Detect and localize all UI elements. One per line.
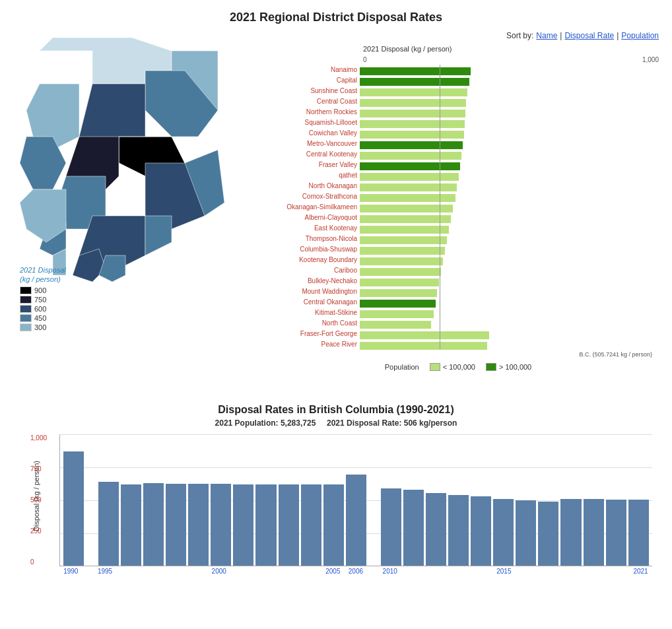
legend-color-750 xyxy=(20,296,32,304)
bar-outer xyxy=(360,140,512,148)
sort-by-name[interactable]: Name xyxy=(536,31,557,40)
bar-inner xyxy=(360,310,434,318)
x-label: 2015 xyxy=(492,568,516,575)
bar-row: North Okanagan xyxy=(257,181,659,191)
legend-item-300: 300 xyxy=(20,323,66,331)
large-pop-color xyxy=(486,363,496,371)
bar-row: Nanaimo xyxy=(257,65,659,75)
small-pop-color xyxy=(430,363,440,371)
bar-label: Fraser-Fort George xyxy=(257,330,360,337)
bar-chart-section: Sort by: Name | Disposal Rate | Populati… xyxy=(257,31,659,371)
bar-outer xyxy=(360,288,512,296)
bar-inner xyxy=(360,226,449,234)
bar-label: Alberni-Clayoquot xyxy=(257,214,360,221)
bar-label: Nanaimo xyxy=(257,66,360,73)
bar-outer xyxy=(360,330,512,338)
bar-outer xyxy=(360,246,512,253)
legend-label-750: 750 xyxy=(34,296,46,304)
x-label: 2006 xyxy=(345,568,368,575)
time-bar xyxy=(560,499,581,566)
x-labels: 19901995200020052006201020152021 xyxy=(59,568,652,575)
bar-row: Central Coast xyxy=(257,96,659,106)
x-label xyxy=(276,568,299,575)
svg-marker-10 xyxy=(145,216,172,255)
bar-label: Central Okanagan xyxy=(257,298,360,306)
y-750: 750 xyxy=(30,465,47,473)
bar-row: qathet xyxy=(257,170,659,180)
legend-scale: 900 750 600 450 300 xyxy=(20,286,66,331)
x-label xyxy=(139,568,162,575)
bar-inner xyxy=(360,78,469,86)
time-bar xyxy=(98,482,119,566)
bar-inner xyxy=(360,215,451,223)
legend-item-450: 450 xyxy=(20,314,66,322)
bar-row: Central Okanagan xyxy=(257,297,659,307)
time-bar xyxy=(211,484,231,566)
bar-inner xyxy=(360,183,457,191)
legend-color-450 xyxy=(20,314,32,322)
x-label: 2000 xyxy=(207,568,230,575)
bar-row: Mount Waddington xyxy=(257,286,659,296)
x-label xyxy=(470,568,493,575)
bar-row: Cariboo xyxy=(257,265,659,275)
bar-label: East Kootenay xyxy=(257,224,360,232)
bar-outer xyxy=(360,172,512,180)
legend-color-900 xyxy=(20,286,32,294)
time-chart-subtitle: 2021 Population: 5,283,725 2021 Disposal… xyxy=(20,418,652,428)
x-label xyxy=(401,568,424,575)
legend-label-600: 600 xyxy=(34,305,46,313)
sort-by-disposal[interactable]: Disposal Rate xyxy=(564,31,614,40)
bar-label: Bulkley-Nechako xyxy=(257,277,360,284)
bar-outer xyxy=(360,203,512,211)
bar-inner xyxy=(360,236,447,244)
time-bar xyxy=(584,499,604,566)
time-bar xyxy=(346,475,366,566)
legend-title: 2021 Disposal (kg / person) xyxy=(20,265,66,284)
x-label: 1990 xyxy=(59,568,83,575)
time-bar xyxy=(403,490,424,566)
legend-pop-label: Population xyxy=(385,363,419,371)
x-label xyxy=(116,568,139,575)
time-chart-inner: 1,000 750 500 250 0 xyxy=(59,434,652,566)
bar-inner xyxy=(360,194,455,202)
time-bar xyxy=(233,484,253,566)
bar-chart: Nanaimo Capital Sunshine Coast Central C… xyxy=(257,65,659,350)
bar-inner xyxy=(360,67,471,75)
time-bar xyxy=(188,484,209,566)
bar-outer xyxy=(360,150,512,158)
bar-label: Central Coast xyxy=(257,98,360,105)
bar-label: Kitimat-Stikine xyxy=(257,309,360,316)
time-bar xyxy=(381,488,401,566)
bar-outer xyxy=(360,214,512,222)
bar-label: Comox-Strathcona xyxy=(257,193,360,200)
bar-row: Columbia-Shuswap xyxy=(257,244,659,254)
bar-label: Capital xyxy=(257,77,360,84)
time-bar xyxy=(471,496,491,566)
bar-row: Metro-Vancouver xyxy=(257,139,659,149)
bottom-section: Disposal Rates in British Columbia (1990… xyxy=(0,391,672,601)
bar-row: Alberni-Clayoquot xyxy=(257,213,659,222)
bar-inner xyxy=(360,289,437,297)
bar-inner xyxy=(360,205,453,213)
bar-outer xyxy=(360,277,512,285)
population-legend: Population < 100,000 > 100,000 xyxy=(257,363,659,371)
time-bar xyxy=(166,484,186,566)
map-container: 2021 Disposal (kg / person) 900 750 600 xyxy=(13,31,251,371)
bar-row: Fraser Valley xyxy=(257,160,659,170)
x-label xyxy=(230,568,253,575)
bar-row: Okanagan-Similkameen xyxy=(257,202,659,212)
y-labels: 1,000 750 500 250 0 xyxy=(30,434,47,566)
bar-outer xyxy=(360,319,512,327)
x-label xyxy=(584,568,607,575)
time-chart-bars xyxy=(60,434,652,566)
x-label: 2021 xyxy=(629,568,652,575)
y-1000: 1,000 xyxy=(30,434,47,442)
bar-inner xyxy=(360,162,460,170)
sort-by-population[interactable]: Population xyxy=(621,31,659,40)
time-chart-title: Disposal Rates in British Columbia (1990… xyxy=(20,404,652,416)
bar-outer xyxy=(360,298,512,306)
bar-label: Metro-Vancouver xyxy=(257,140,360,147)
legend-large-pop: > 100,000 xyxy=(486,363,531,371)
bar-inner xyxy=(360,173,459,181)
legend-label-900: 900 xyxy=(34,286,46,294)
